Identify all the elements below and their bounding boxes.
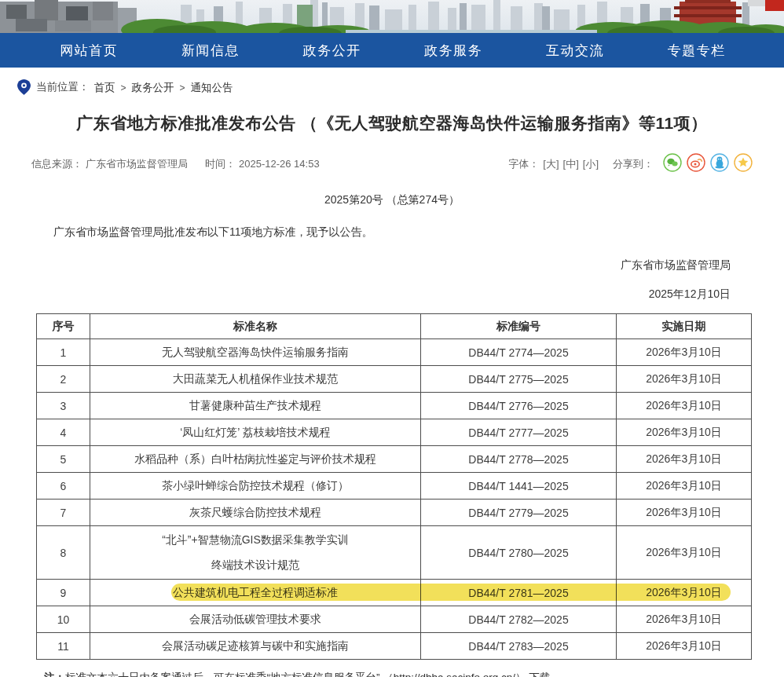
standard-name: 茶小绿叶蝉综合防控技术规程（修订） [93,479,417,493]
cell-name: 灰茶尺蠖综合防控技术规程 [90,500,421,526]
nav-item-1[interactable]: 网站首页 [28,42,150,60]
cell-code: DB44/T 2776—2025 [421,393,617,419]
cell-code: DB44/T 2780—2025 [421,526,617,580]
cell-date: 2026年3月10日 [617,500,752,526]
standard-name: 会展活动碳足迹核算与碳中和实施指南 [93,639,417,653]
signature-block: 广东省市场监督管理局 2025年12月10日 [31,253,753,300]
skyline-illustration [0,0,784,33]
cell-name: 无人驾驶航空器海岛快件运输服务指南 [90,339,421,366]
fontsize-controls: [大][中][小] [539,157,599,171]
cell-name: 茶小绿叶蝉综合防控技术规程（修订） [90,473,421,500]
page-title: 广东省地方标准批准发布公告 （《无人驾驶航空器海岛快件运输服务指南》等11项） [31,112,753,134]
table-row: 11 会展活动碳足迹核算与碳中和实施指南 DB44/T 2783—2025 20… [37,633,752,660]
cell-code: DB44/T 2783—2025 [421,633,617,660]
cell-name: 水稻品种（系）白叶枯病抗性鉴定与评价技术规程 [90,446,421,473]
cell-no: 4 [37,419,90,446]
standard-name-line2: 终端技术设计规范 [93,558,417,573]
share-wechat-icon[interactable] [663,153,682,172]
fontsize-label: 字体： [508,157,539,171]
table-header-row: 序号 标准名称 标准编号 实施日期 [37,314,752,339]
source-value: 广东省市场监督管理局 [86,158,188,170]
nav-item-5[interactable]: 互动交流 [515,42,636,60]
col-header-date: 实施日期 [617,314,752,339]
breadcrumb-separator: > [121,82,126,93]
col-header-code: 标准编号 [421,314,617,339]
location-pin-icon [17,79,31,95]
nav-item-2[interactable]: 新闻信息 [150,42,272,60]
breadcrumb-item-3[interactable]: 通知公告 [191,82,233,93]
nav-item-3[interactable]: 政务公开 [271,42,393,60]
meta-source-time: 信息来源：广东省市场监督管理局时间：2025-12-26 14:53 [31,157,323,171]
standard-name: 无人驾驶航空器海岛快件运输服务指南 [93,346,417,360]
article-meta: 信息来源：广东省市场监督管理局时间：2025-12-26 14:53 字体： [… [31,153,753,174]
cell-code: DB44/T 2778—2025 [421,446,617,473]
share-label: 分享到： [613,157,654,171]
cell-code: DB44/T 2782—2025 [421,606,617,633]
table-row: 9 公共建筑机电工程全过程调适标准 DB44/T 2781—2025 2026年… [37,580,752,606]
cell-name: 大田蔬菜无人机植保作业技术规范 [90,366,421,393]
table-row: 7 灰茶尺蠖综合防控技术规程 DB44/T 2779—2025 2026年3月1… [37,500,752,526]
table-row: 3 甘薯健康种苗生产技术规程 DB44/T 2776—2025 2026年3月1… [37,393,752,419]
breadcrumb: 当前位置： 首页>政务公开>通知公告 [0,68,784,94]
cell-no: 10 [37,606,90,633]
nav-item-6[interactable]: 专题专栏 [636,42,757,60]
cell-name: ‘凤山红灯笼’ 荔枝栽培技术规程 [90,419,421,446]
share-star-icon[interactable] [734,153,753,172]
cell-no: 2 [37,366,90,393]
cell-date: 2026年3月10日 [617,633,752,660]
standard-name: 水稻品种（系）白叶枯病抗性鉴定与评价技术规程 [93,452,417,467]
cell-date: 2026年3月10日 [617,419,752,446]
standard-name: 公共建筑机电工程全过程调适标准 [93,586,417,600]
cell-date: 2026年3月10日 [617,606,752,633]
cell-no: 1 [37,339,90,366]
col-header-no: 序号 [37,314,90,339]
standards-table-body: 1 无人驾驶航空器海岛快件运输服务指南 DB44/T 2774—2025 202… [37,339,752,660]
meta-tools: 字体： [大][中][小] 分享到： [508,153,753,174]
table-row: 6 茶小绿叶蝉综合防控技术规程（修订） DB44/T 1441—2025 202… [37,473,752,500]
share-icons [658,153,753,174]
standard-name: 大田蔬菜无人机植保作业技术规范 [93,372,417,386]
cell-code: DB44/T 2775—2025 [421,366,617,393]
nav-item-4[interactable]: 政务服务 [393,42,515,60]
signature-date: 2025年12月10日 [31,287,731,300]
table-row: 4 ‘凤山红灯笼’ 荔枝栽培技术规程 DB44/T 2777—2025 2026… [37,419,752,446]
fontsize-button-3[interactable]: [小] [583,158,599,170]
fontsize-button-2[interactable]: [中] [563,158,579,170]
article: 广东省地方标准批准发布公告 （《无人驾驶航空器海岛快件运输服务指南》等11项） … [0,112,784,300]
standard-name: 甘薯健康种苗生产技术规程 [93,399,417,413]
footnote-text: 标准文本六十日内备案通过后，可在标准委“地方标准信息服务平台” （http://… [65,672,561,677]
share-weibo-icon[interactable] [687,153,705,172]
breadcrumb-item-1[interactable]: 首页 [94,82,115,93]
time-value: 2025-12-26 14:53 [239,158,320,170]
cell-date: 2026年3月10日 [617,366,752,393]
footnote: 注：标准文本六十日内备案通过后，可在标准委“地方标准信息服务平台” （http:… [44,670,753,677]
standard-name: ‘凤山红灯笼’ 荔枝栽培技术规程 [93,426,417,440]
cell-name: 公共建筑机电工程全过程调适标准 [90,580,421,606]
table-row: 2 大田蔬菜无人机植保作业技术规范 DB44/T 2775—2025 2026年… [37,366,752,393]
cell-no: 11 [37,633,90,660]
standards-table-wrap: 序号 标准名称 标准编号 实施日期 1 无人驾驶航空器海岛快件运输服务指南 DB… [36,313,751,660]
fontsize-button-1[interactable]: [大] [543,158,559,170]
share-qq-icon[interactable] [710,153,729,172]
cell-name: 会展活动低碳管理技术要求 [90,606,421,633]
cell-name: “北斗”+智慧物流GIS数据采集教学实训终端技术设计规范 [90,526,421,580]
standard-name: “北斗”+智慧物流GIS数据采集教学实训 [93,533,417,547]
cell-no: 5 [37,446,90,473]
breadcrumb-trail: 首页>政务公开>通知公告 [94,80,233,95]
table-row: 5 水稻品种（系）白叶枯病抗性鉴定与评价技术规程 DB44/T 2778—202… [37,446,752,473]
standards-table: 序号 标准名称 标准编号 实施日期 1 无人驾驶航空器海岛快件运输服务指南 DB… [36,313,752,660]
cell-code: DB44/T 2777—2025 [421,419,617,446]
body-paragraph: 广东省市场监督管理局批准发布以下11项地方标准，现予以公告。 [31,224,753,240]
signature-org: 广东省市场监督管理局 [621,258,731,271]
breadcrumb-separator: > [180,82,185,93]
header-banner-image [0,0,784,33]
breadcrumb-item-2[interactable]: 政务公开 [132,82,174,93]
breadcrumb-label: 当前位置： [36,80,90,94]
col-header-name: 标准名称 [90,314,421,339]
cell-code: DB44/T 2779—2025 [421,500,617,526]
footnote-label: 注： [44,672,65,677]
cell-no: 6 [37,473,90,500]
cell-code: DB44/T 2774—2025 [421,339,617,366]
cell-code: DB44/T 1441—2025 [421,473,617,500]
cell-date: 2026年3月10日 [617,526,752,580]
